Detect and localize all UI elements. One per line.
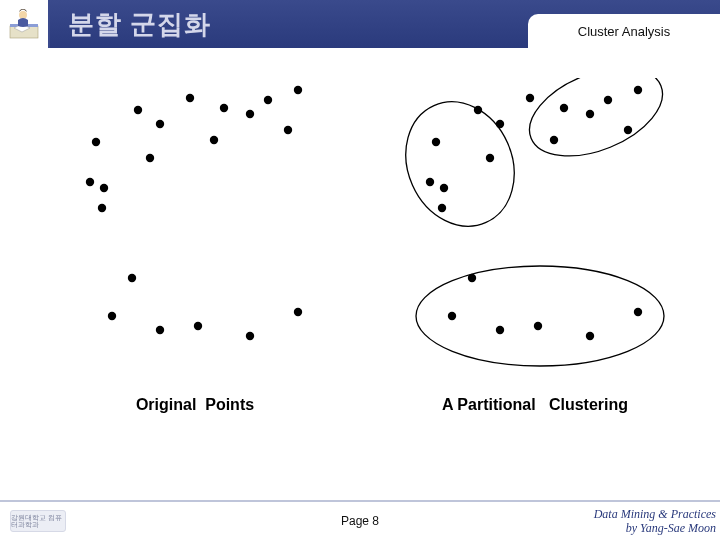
cluster-outline [390, 84, 534, 243]
data-point [146, 154, 154, 162]
data-point [156, 120, 164, 128]
data-point [246, 332, 254, 340]
original-points-panel: Original Points [50, 78, 340, 438]
data-point [624, 126, 632, 134]
data-point [264, 96, 272, 104]
title-wrap: 분할 군집화 Cluster Analysis [50, 0, 720, 48]
slide-content: Original Points A Partitional Clustering [0, 48, 720, 500]
data-point [432, 138, 440, 146]
slide-subtitle: Cluster Analysis [578, 24, 670, 39]
data-point [294, 86, 302, 94]
data-point [634, 86, 642, 94]
data-point [438, 204, 446, 212]
subtitle-box: Cluster Analysis [528, 14, 720, 48]
data-point [550, 136, 558, 144]
slide-title: 분할 군집화 [68, 7, 211, 42]
data-point [486, 154, 494, 162]
data-point [448, 312, 456, 320]
slide-header: 분할 군집화 Cluster Analysis [0, 0, 720, 48]
partitional-clustering-label: A Partitional Clustering [390, 396, 680, 414]
data-point [560, 104, 568, 112]
credit-line-1: Data Mining & Practices [594, 507, 716, 521]
data-point [246, 110, 254, 118]
data-point [108, 312, 116, 320]
data-point [210, 136, 218, 144]
data-point [426, 178, 434, 186]
data-point [440, 184, 448, 192]
header-icon-box [0, 0, 50, 48]
partitional-clustering-plot [390, 78, 680, 388]
data-point [128, 274, 136, 282]
slide-footer: 강원대학교 컴퓨터과학과 Page 8 Data Mining & Practi… [0, 500, 720, 540]
clustering-diagram: Original Points A Partitional Clustering [50, 78, 670, 438]
data-point [634, 308, 642, 316]
university-logo: 강원대학교 컴퓨터과학과 [10, 510, 66, 532]
data-point [86, 178, 94, 186]
cluster-outline [517, 78, 675, 173]
data-point [586, 332, 594, 340]
data-point [92, 138, 100, 146]
data-point [284, 126, 292, 134]
credit-block: Data Mining & Practices by Yang-Sae Moon [594, 507, 716, 536]
data-point [134, 106, 142, 114]
university-logo-text: 강원대학교 컴퓨터과학과 [11, 514, 65, 528]
svg-point-2 [19, 11, 27, 19]
data-point [294, 308, 302, 316]
partitional-clustering-panel: A Partitional Clustering [390, 78, 680, 438]
data-point [194, 322, 202, 330]
data-point [100, 184, 108, 192]
data-point [220, 104, 228, 112]
data-point [586, 110, 594, 118]
reading-figure-icon [6, 6, 42, 42]
original-points-label: Original Points [50, 396, 340, 414]
data-point [496, 120, 504, 128]
data-point [534, 322, 542, 330]
data-point [98, 204, 106, 212]
data-point [604, 96, 612, 104]
data-point [156, 326, 164, 334]
page-number: Page 8 [341, 514, 379, 528]
credit-line-2: by Yang-Sae Moon [594, 521, 716, 535]
data-point [186, 94, 194, 102]
data-point [526, 94, 534, 102]
original-points-plot [50, 78, 340, 388]
data-point [496, 326, 504, 334]
